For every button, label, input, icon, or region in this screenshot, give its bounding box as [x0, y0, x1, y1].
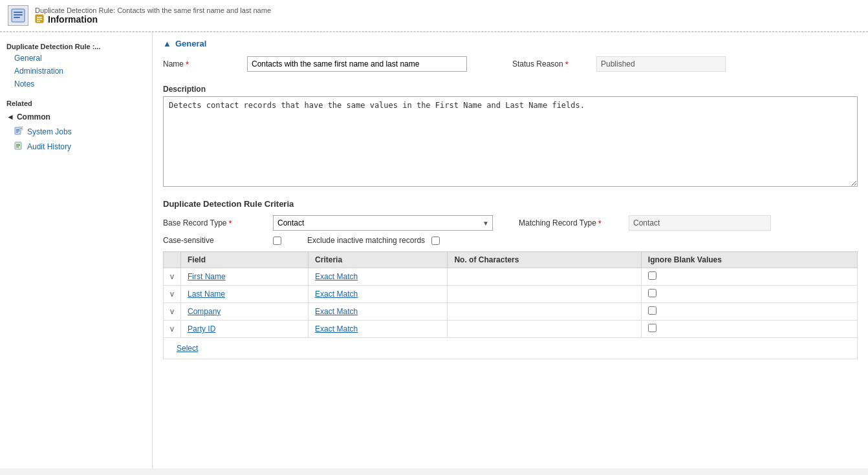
common-collapse-icon: ◄ — [6, 112, 14, 121]
name-label: Name * — [163, 59, 241, 69]
ignore-blank-last-name — [641, 286, 857, 303]
system-jobs-icon — [14, 126, 23, 137]
sidebar-item-audit-history[interactable]: Audit History — [0, 139, 152, 154]
field-first-name-link[interactable]: First Name — [188, 272, 226, 281]
form-area: Name * Status Reason * Published — [153, 52, 868, 85]
table-row-company: v Company Exact Match — [164, 303, 858, 321]
status-required: * — [565, 59, 569, 69]
criteria-party-id-link[interactable]: Exact Match — [315, 324, 358, 333]
exclude-inactive-group: Exclude inactive matching records — [307, 236, 440, 245]
sidebar-common-header[interactable]: ◄ Common — [0, 110, 152, 124]
audit-history-icon — [14, 141, 23, 152]
sidebar-item-administration[interactable]: Administration — [0, 65, 152, 78]
case-sensitive-label: Case-sensitive — [163, 236, 266, 245]
description-section: Description Detects contact records that… — [153, 85, 868, 195]
sidebar-item-notes[interactable]: Notes — [0, 78, 152, 90]
system-jobs-label: System Jobs — [27, 127, 72, 136]
svg-rect-18 — [16, 147, 19, 147]
svg-rect-2 — [14, 14, 23, 16]
select-row: Select — [164, 338, 858, 359]
status-reason-label: Status Reason * — [512, 59, 590, 69]
col-expand — [164, 252, 181, 268]
criteria-title: Duplicate Detection Rule Criteria — [163, 199, 858, 209]
criteria-last-name-link[interactable]: Exact Match — [315, 290, 358, 299]
row-expand-first-name[interactable]: v — [164, 268, 181, 286]
matching-required: * — [598, 218, 602, 228]
field-party-id-link[interactable]: Party ID — [188, 324, 215, 333]
main-layout: Duplicate Detection Rule :... General Ad… — [0, 32, 868, 469]
criteria-company-cell: Exact Match — [309, 303, 448, 321]
criteria-first-name-cell: Exact Match — [309, 268, 448, 286]
ignore-blank-company — [641, 303, 857, 321]
svg-rect-10 — [16, 131, 19, 131]
svg-rect-6 — [37, 19, 42, 20]
row-expand-company[interactable]: v — [164, 303, 181, 321]
case-sensitive-checkbox[interactable] — [273, 237, 281, 245]
sidebar-item-general[interactable]: General — [0, 52, 152, 65]
exclude-inactive-label: Exclude inactive matching records — [307, 236, 425, 245]
select-cell: Select — [164, 338, 858, 359]
ignore-blank-party-id — [641, 321, 857, 338]
criteria-table-head: Field Criteria No. of Characters Ignore … — [164, 252, 858, 268]
row-expand-last-name[interactable]: v — [164, 286, 181, 303]
col-no-chars: No. of Characters — [448, 252, 641, 268]
case-sensitive-row: Case-sensitive Exclude inactive matching… — [163, 236, 858, 245]
sidebar-related-label: Related — [0, 90, 152, 110]
exclude-inactive-checkbox[interactable] — [431, 237, 440, 245]
svg-rect-5 — [37, 17, 42, 18]
select-link[interactable]: Select — [170, 341, 204, 355]
name-row: Name * Status Reason * Published — [163, 56, 858, 72]
app-header: Duplicate Detection Rule: Contacts with … — [0, 0, 868, 32]
criteria-company-link[interactable]: Exact Match — [315, 307, 358, 316]
criteria-section: Duplicate Detection Rule Criteria Base R… — [153, 195, 868, 366]
case-sensitive-checkbox-cell — [273, 237, 281, 245]
content-area: ▲ General Name * Status Reason * Publish… — [153, 32, 868, 469]
base-record-type-select[interactable]: Contact — [273, 215, 493, 231]
no-chars-company — [448, 303, 641, 321]
ignore-blank-last-name-checkbox[interactable] — [648, 289, 656, 297]
field-first-name-cell: First Name — [181, 268, 309, 286]
exclude-inactive-checkbox-cell — [431, 237, 440, 245]
criteria-party-id-cell: Exact Match — [309, 321, 448, 338]
general-section-arrow: ▲ — [163, 39, 171, 48]
criteria-first-name-link[interactable]: Exact Match — [315, 272, 358, 281]
row-expand-party-id[interactable]: v — [164, 321, 181, 338]
general-section-header[interactable]: ▲ General — [153, 32, 868, 52]
col-field: Field — [181, 252, 309, 268]
description-label: Description — [163, 85, 858, 94]
sidebar: Duplicate Detection Rule :... General Ad… — [0, 32, 153, 469]
no-chars-first-name — [448, 268, 641, 286]
sidebar-common-label: Common — [17, 112, 50, 121]
field-company-link[interactable]: Company — [188, 307, 221, 316]
base-required: * — [229, 218, 232, 228]
name-input[interactable] — [247, 56, 467, 72]
field-last-name-link[interactable]: Last Name — [188, 290, 225, 299]
ignore-blank-company-checkbox[interactable] — [648, 306, 656, 315]
svg-rect-16 — [16, 144, 20, 145]
criteria-table-header-row: Field Criteria No. of Characters Ignore … — [164, 252, 858, 268]
description-textarea[interactable]: Detects contact records that have the sa… — [163, 96, 858, 187]
criteria-last-name-cell: Exact Match — [309, 286, 448, 303]
base-record-type-select-wrap: Contact ▼ — [273, 215, 493, 231]
col-criteria: Criteria — [309, 252, 448, 268]
field-company-cell: Company — [181, 303, 309, 321]
header-titles: Duplicate Detection Rule: Contacts with … — [35, 6, 271, 25]
ignore-blank-party-id-checkbox[interactable] — [648, 324, 656, 332]
base-record-type-label: Base Record Type * — [163, 218, 266, 228]
sidebar-item-system-jobs[interactable]: System Jobs — [0, 124, 152, 139]
criteria-table-body: v First Name Exact Match v Last Name Exa… — [164, 268, 858, 359]
table-row-party-id: v Party ID Exact Match — [164, 321, 858, 338]
no-chars-last-name — [448, 286, 641, 303]
app-icon — [8, 5, 28, 26]
svg-rect-11 — [16, 132, 18, 132]
status-reason-value: Published — [596, 56, 726, 72]
ignore-blank-first-name — [641, 268, 857, 286]
criteria-table: Field Criteria No. of Characters Ignore … — [163, 251, 858, 359]
name-required: * — [186, 59, 189, 69]
matching-record-type-label: Matching Record Type * — [519, 218, 622, 228]
svg-rect-9 — [16, 129, 19, 130]
sidebar-section-title: Duplicate Detection Rule :... — [0, 39, 152, 52]
ignore-blank-first-name-checkbox[interactable] — [648, 271, 656, 280]
svg-rect-3 — [14, 17, 20, 18]
matching-record-type-value: Contact — [629, 215, 771, 231]
